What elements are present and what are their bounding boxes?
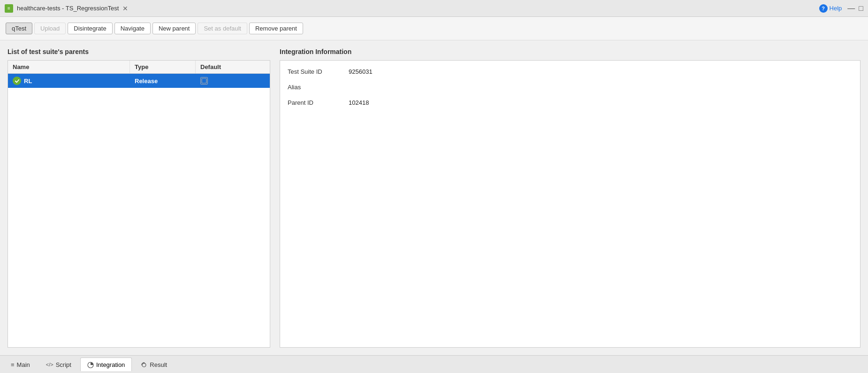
table-header: Name Type Default: [8, 61, 270, 74]
default-checkbox: [200, 77, 208, 85]
tab-script-label: Script: [56, 361, 71, 368]
maximize-button[interactable]: □: [859, 5, 863, 12]
left-panel: List of test suite's parents Name Type D…: [8, 48, 270, 348]
tab-integration[interactable]: Integration: [80, 357, 132, 371]
right-panel: Integration Information Test Suite ID 92…: [280, 48, 860, 348]
info-row-parent-id: Parent ID 102418: [288, 99, 853, 106]
window-controls: — □: [847, 5, 863, 12]
bottom-tabs: ≡ Main </> Script Integration Result: [0, 355, 868, 373]
cell-type: Release: [130, 74, 196, 88]
left-panel-title: List of test suite's parents: [8, 48, 270, 55]
help-circle-icon: ?: [819, 4, 828, 13]
window-title: healthcare-tests - TS_RegressionTest: [17, 5, 119, 12]
label-test-suite-id: Test Suite ID: [288, 68, 335, 75]
title-bar-right: ? Help — □: [819, 4, 863, 13]
value-test-suite-id: 9256031: [349, 68, 373, 75]
value-parent-id: 102418: [349, 99, 369, 106]
tab-result-label: Result: [150, 361, 167, 368]
info-box: Test Suite ID 9256031 Alias Parent ID 10…: [280, 60, 860, 348]
navigate-button[interactable]: Navigate: [114, 23, 151, 34]
label-parent-id: Parent ID: [288, 99, 335, 106]
col-name: Name: [8, 61, 130, 73]
script-tab-icon: </>: [46, 362, 53, 367]
title-bar: ≡ healthcare-tests - TS_RegressionTest ✕…: [0, 0, 868, 17]
tab-integration-label: Integration: [96, 361, 125, 368]
minimize-button[interactable]: —: [847, 5, 855, 12]
help-button[interactable]: ? Help: [819, 4, 842, 13]
close-tab-icon[interactable]: ✕: [122, 5, 128, 12]
parents-table: Name Type Default RL Release: [8, 60, 270, 348]
new-parent-button[interactable]: New parent: [152, 23, 196, 34]
tab-script[interactable]: </> Script: [39, 358, 78, 371]
main-content: List of test suite's parents Name Type D…: [0, 40, 868, 355]
result-tab-icon: [141, 361, 147, 368]
toolbar: qTest Upload Disintegrate Navigate New p…: [0, 17, 868, 40]
integration-tab-icon: [87, 361, 94, 368]
label-alias: Alias: [288, 84, 335, 91]
tab-main-label: Main: [17, 361, 30, 368]
table-row[interactable]: RL Release: [8, 74, 270, 88]
set-as-default-button: Set as default: [198, 23, 247, 34]
svg-point-2: [142, 363, 146, 367]
row-status-icon: [13, 77, 21, 85]
title-bar-left: ≡ healthcare-tests - TS_RegressionTest ✕: [5, 4, 128, 13]
main-tab-icon: ≡: [11, 361, 15, 368]
cell-name: RL: [8, 74, 130, 88]
qtest-button[interactable]: qTest: [6, 23, 32, 34]
info-row-test-suite-id: Test Suite ID 9256031: [288, 68, 853, 75]
tab-main[interactable]: ≡ Main: [4, 358, 37, 371]
cell-default: [196, 74, 233, 88]
info-row-alias: Alias: [288, 84, 853, 91]
tab-result[interactable]: Result: [134, 357, 174, 371]
remove-parent-button[interactable]: Remove parent: [249, 23, 303, 34]
app-icon: ≡: [5, 4, 13, 13]
disintegrate-button[interactable]: Disintegrate: [68, 23, 112, 34]
info-panel-title: Integration Information: [280, 48, 860, 55]
col-default: Default: [196, 61, 233, 73]
col-type: Type: [130, 61, 196, 73]
upload-button: Upload: [34, 23, 66, 34]
